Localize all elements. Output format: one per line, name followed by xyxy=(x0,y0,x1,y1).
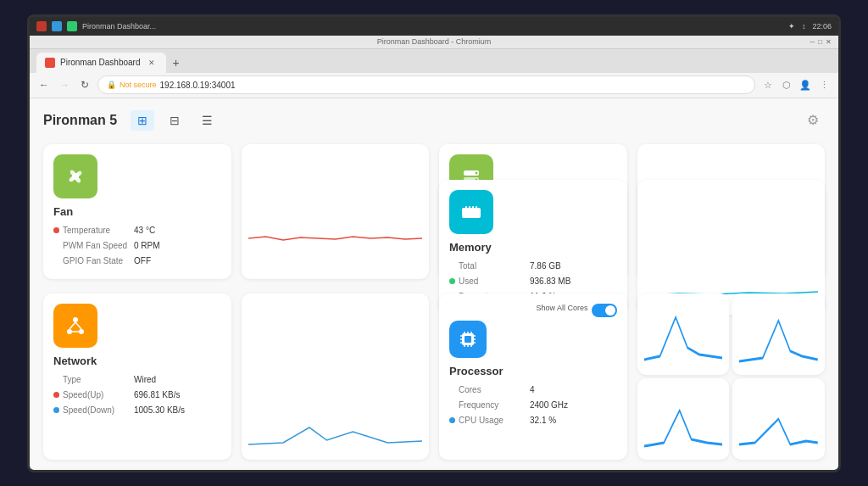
url-text: 192.168.0.19:34001 xyxy=(160,81,236,90)
memory-used-dot xyxy=(449,278,455,284)
settings-gear-button[interactable]: ⚙ xyxy=(801,109,825,132)
cpu-charts-grid xyxy=(637,293,826,460)
show-all-cores-toggle[interactable] xyxy=(592,304,617,317)
network-down-value: 1005.30 KB/s xyxy=(134,403,185,418)
lock-icon: 🔒 xyxy=(107,81,116,89)
network-chart-card xyxy=(242,293,430,460)
network-card: Network Type Wired Speed(Up) 696.81 KB/s… xyxy=(43,293,231,460)
dashboard-header: Pironman 5 ⊞ ⊟ ☰ ⚙ xyxy=(43,109,825,132)
reload-button[interactable]: ↻ xyxy=(77,77,92,92)
tab-bar: Pironman Dashboard ✕ + xyxy=(30,49,838,73)
network-icon-wrap xyxy=(53,304,97,348)
network-up-dot xyxy=(53,392,59,398)
network-up-label: Speed(Up) xyxy=(63,388,131,403)
svg-rect-9 xyxy=(476,206,477,209)
network-card-title: Network xyxy=(53,355,221,367)
cpu-chart-4-svg xyxy=(739,385,818,453)
tab-favicon xyxy=(45,58,55,68)
memory-total-label: Total xyxy=(459,259,526,274)
tab-label: Pironman Dashboard xyxy=(60,58,141,67)
bottom-grid: Network Type Wired Speed(Up) 696.81 KB/s… xyxy=(43,293,825,460)
tab-menu[interactable]: ☰ xyxy=(195,110,219,131)
show-all-cores-label: Show All Cores xyxy=(536,304,587,317)
taskbar-icon-green xyxy=(67,21,77,31)
svg-rect-21 xyxy=(465,336,471,343)
forward-button[interactable]: → xyxy=(57,77,72,92)
window-close[interactable]: ✕ xyxy=(826,38,832,46)
svg-line-18 xyxy=(75,322,81,329)
memory-used-label: Used xyxy=(459,274,526,289)
memory-card-title: Memory xyxy=(449,241,617,254)
processor-card-title: Processor xyxy=(449,365,617,377)
memory-icon xyxy=(459,199,484,225)
new-tab-button[interactable]: + xyxy=(166,53,186,73)
processor-cpu-dot xyxy=(449,417,455,423)
dashboard-title: Pironman 5 xyxy=(43,113,117,128)
taskbar-left: Pironman Dashboar... xyxy=(36,21,156,31)
address-actions: ☆ ⬡ 👤 ⋮ xyxy=(760,77,832,92)
taskbar-icon-red xyxy=(36,21,47,31)
back-button[interactable]: ← xyxy=(36,77,52,92)
processor-cpu-value: 32.1 % xyxy=(530,413,556,428)
processor-cpu-label: CPU Usage xyxy=(459,413,526,428)
wifi-icon: ↕ xyxy=(802,22,806,31)
network-type-value: Wired xyxy=(134,372,156,388)
cpu-chart-1-svg xyxy=(644,300,723,368)
svg-point-14 xyxy=(73,317,78,322)
cpu-chart-4 xyxy=(732,378,825,460)
processor-cpu-row: CPU Usage 32.1 % xyxy=(449,413,617,428)
svg-point-3 xyxy=(476,171,478,174)
bluetooth-icon: ✦ xyxy=(788,22,795,31)
svg-rect-12 xyxy=(472,215,474,218)
tab-grid[interactable]: ⊞ xyxy=(131,110,154,131)
bottom-area: Network Type Wired Speed(Up) 696.81 KB/s… xyxy=(43,293,825,460)
processor-cores-value: 4 xyxy=(530,383,535,398)
svg-rect-6 xyxy=(465,206,467,209)
processor-icon xyxy=(457,328,479,350)
taskbar: Pironman Dashboar... ✦ ↕ 22:06 xyxy=(30,17,838,36)
memory-used-value: 936.83 MB xyxy=(530,274,570,289)
svg-rect-10 xyxy=(465,215,467,218)
memory-total-row: Total 7.86 GB xyxy=(449,259,617,274)
processor-card: Show All Cores xyxy=(439,293,627,460)
cpu-chart-1 xyxy=(637,293,730,375)
tab-list[interactable]: ⊟ xyxy=(163,110,186,131)
network-icon xyxy=(63,313,88,338)
dashboard: Pironman 5 ⊞ ⊟ ☰ ⚙ xyxy=(30,98,838,470)
processor-icon-wrap xyxy=(449,321,487,358)
memory-total-value: 7.86 GB xyxy=(530,259,561,274)
menu-button[interactable]: ⋮ xyxy=(816,77,832,92)
window-maximize[interactable]: □ xyxy=(818,38,822,46)
show-all-cores-row: Show All Cores xyxy=(449,304,617,317)
url-box[interactable]: 🔒 Not secure 192.168.0.19:34001 xyxy=(97,75,755,94)
svg-rect-7 xyxy=(469,206,470,209)
processor-freq-label: Frequency xyxy=(459,398,526,413)
svg-line-17 xyxy=(70,322,75,329)
bookmark-button[interactable]: ☆ xyxy=(760,77,776,92)
memory-used-row: Used 936.83 MB xyxy=(449,274,617,289)
clock: 22:06 xyxy=(812,22,832,31)
tab-close-btn[interactable]: ✕ xyxy=(146,57,158,69)
address-bar: ← → ↻ 🔒 Not secure 192.168.0.19:34001 ☆ … xyxy=(30,73,838,98)
header-left: Pironman 5 ⊞ ⊟ ☰ xyxy=(43,110,219,131)
taskbar-title: Pironman Dashboar... xyxy=(82,22,156,31)
svg-rect-11 xyxy=(469,215,470,218)
browser-title-text: Pironman Dashboard - Chromium xyxy=(377,37,492,46)
processor-cores-row: Cores 4 xyxy=(449,383,617,398)
cpu-chart-3-svg xyxy=(644,385,723,453)
network-up-value: 696.81 KB/s xyxy=(134,388,180,403)
svg-rect-13 xyxy=(476,215,477,218)
url-prefix: Not secure xyxy=(120,81,157,89)
cpu-chart-3 xyxy=(637,378,730,460)
taskbar-icon-blue xyxy=(52,21,62,31)
browser-tab-pironman[interactable]: Pironman Dashboard ✕ xyxy=(36,53,166,73)
processor-cores-label: Cores xyxy=(459,383,526,398)
svg-rect-8 xyxy=(472,206,474,209)
profile-button[interactable]: 👤 xyxy=(798,77,813,92)
taskbar-right: ✦ ↕ 22:06 xyxy=(788,22,832,31)
network-down-dot xyxy=(53,407,59,413)
window-minimize[interactable]: ─ xyxy=(810,38,815,46)
extension-button[interactable]: ⬡ xyxy=(779,77,794,92)
network-type-label: Type xyxy=(63,372,131,388)
dashboard-tabs: ⊞ ⊟ ☰ xyxy=(131,110,219,131)
